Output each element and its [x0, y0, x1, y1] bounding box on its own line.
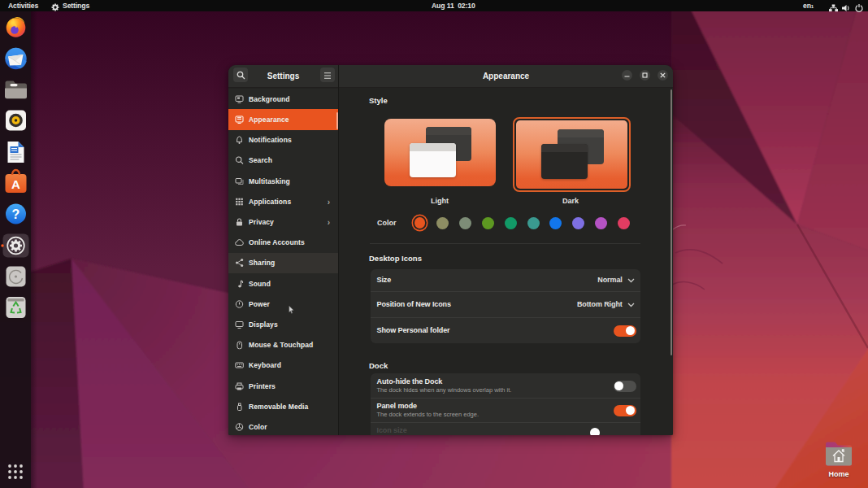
svg-text:A: A [11, 177, 20, 191]
svg-text:?: ? [12, 207, 20, 221]
